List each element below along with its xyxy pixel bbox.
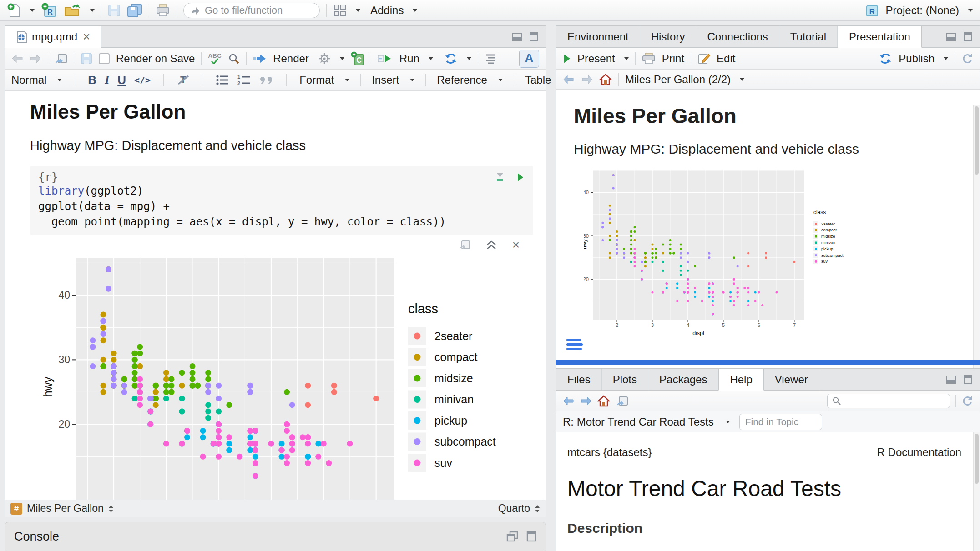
insert-caret[interactable]	[410, 79, 414, 81]
rerun-icon[interactable]	[444, 53, 458, 65]
print-icon[interactable]	[156, 4, 170, 17]
present-button[interactable]: Present	[577, 52, 615, 65]
addins-caret[interactable]	[413, 9, 417, 12]
open-file-caret[interactable]	[90, 9, 95, 12]
render-button[interactable]: Render	[273, 52, 309, 65]
publish-icon[interactable]	[879, 53, 892, 65]
popout-plot-icon[interactable]	[459, 240, 470, 250]
help-search-box[interactable]	[827, 394, 950, 408]
rerun-caret[interactable]	[467, 57, 471, 60]
scrollbar[interactable]	[973, 105, 980, 376]
underline-button[interactable]: U	[117, 73, 126, 87]
insert-chunk-icon[interactable]: C	[351, 51, 364, 66]
forward-icon[interactable]	[580, 396, 592, 406]
code-button[interactable]: </>	[134, 75, 151, 85]
document-body[interactable]: Miles Per Gallon Highway MPG: Displaceme…	[5, 91, 546, 500]
popout-icon[interactable]	[55, 53, 67, 65]
numbered-list-icon[interactable]: 12	[237, 74, 251, 86]
open-file-icon[interactable]	[64, 4, 81, 17]
bold-button[interactable]: B	[88, 73, 96, 87]
format-caret[interactable]	[345, 79, 349, 81]
edit-button[interactable]: Edit	[717, 52, 735, 65]
scrollbar[interactable]	[973, 432, 980, 551]
italic-button[interactable]: I	[105, 73, 109, 87]
run-chunks-above-icon[interactable]	[495, 172, 505, 182]
edit-icon[interactable]	[697, 52, 710, 65]
panes-grid-icon[interactable]	[333, 4, 347, 17]
chunk-code[interactable]: library(ggplot2)ggplot(data = mpg) + geo…	[38, 183, 525, 230]
new-project-icon[interactable]: R	[41, 3, 57, 18]
minimize-pane-icon[interactable]	[512, 32, 523, 41]
reference-menu[interactable]: Reference	[437, 74, 487, 86]
maximize-pane-icon[interactable]	[526, 531, 536, 542]
print-button[interactable]: Print	[662, 52, 684, 65]
section-navigator[interactable]: Miles Per Gallon	[27, 502, 104, 515]
project-caret[interactable]	[968, 9, 973, 12]
back-icon[interactable]	[563, 396, 575, 406]
run-icon[interactable]	[378, 53, 393, 64]
restore-pane-icon[interactable]	[506, 531, 518, 542]
tab-connections[interactable]: Connections	[696, 26, 779, 47]
home-icon[interactable]	[599, 74, 612, 85]
new-file-caret[interactable]	[30, 9, 35, 12]
tab-viewer[interactable]: Viewer	[764, 369, 819, 390]
render-on-save-checkbox[interactable]	[99, 53, 110, 64]
publish-button[interactable]: Publish	[899, 52, 935, 65]
addins-menu[interactable]: Addins	[370, 4, 404, 17]
console-pane-header[interactable]: Console	[5, 522, 546, 551]
refresh-icon[interactable]	[961, 395, 973, 407]
render-icon[interactable]	[253, 53, 267, 64]
gear-icon[interactable]	[318, 52, 331, 65]
help-document[interactable]: mtcars {datasets} R Documentation Motor …	[556, 432, 980, 551]
run-button[interactable]: Run	[399, 52, 419, 65]
search-icon[interactable]	[228, 53, 240, 65]
tab-mpg-qmd[interactable]: mpg.qmd ×	[5, 26, 101, 48]
table-menu[interactable]: Table	[525, 74, 551, 86]
spellcheck-icon[interactable]: ABC	[208, 53, 222, 64]
maximize-pane-icon[interactable]	[963, 375, 972, 385]
present-icon[interactable]	[563, 53, 571, 64]
print-icon[interactable]	[642, 52, 656, 65]
render-options-caret[interactable]	[340, 57, 344, 60]
goto-file-input[interactable]	[205, 5, 309, 16]
run-caret[interactable]	[429, 57, 433, 60]
project-selector[interactable]: Project: (None)	[886, 4, 959, 17]
topic-selector[interactable]: R: Motor Trend Car Road Tests	[563, 416, 714, 428]
slide-nav-caret[interactable]	[740, 78, 744, 81]
tab-plots[interactable]: Plots	[602, 369, 648, 390]
topic-caret[interactable]	[726, 421, 730, 423]
code-chunk[interactable]: {r} library(ggplot2)ggplot(data = mpg) +…	[30, 166, 533, 235]
popout-icon[interactable]	[616, 395, 628, 407]
reference-caret[interactable]	[498, 79, 503, 81]
presentation-preview[interactable]: Miles Per Gallon Highway MPG: Displaceme…	[556, 105, 980, 376]
minimize-pane-icon[interactable]	[946, 32, 957, 41]
doc-type-selector[interactable]: Quarto	[498, 502, 530, 515]
refresh-icon[interactable]	[961, 53, 973, 65]
save-icon[interactable]	[81, 53, 92, 65]
run-chunk-icon[interactable]	[517, 172, 524, 182]
slide-menu-icon[interactable]	[566, 339, 585, 350]
clear-output-icon[interactable]: ×	[512, 240, 520, 250]
tab-presentation[interactable]: Presentation	[838, 26, 922, 48]
visual-editor-toggle[interactable]: A	[519, 50, 539, 68]
goto-file-search[interactable]	[183, 3, 320, 18]
maximize-pane-icon[interactable]	[963, 32, 972, 42]
clear-format-icon[interactable]: T	[177, 74, 189, 86]
new-file-icon[interactable]	[7, 3, 21, 18]
minimize-pane-icon[interactable]	[946, 375, 957, 384]
maximize-pane-icon[interactable]	[529, 32, 538, 42]
tab-history[interactable]: History	[640, 26, 697, 47]
outline-icon[interactable]	[485, 53, 497, 64]
panes-caret[interactable]	[356, 9, 360, 12]
pane-splitter[interactable]	[556, 360, 980, 365]
collapse-output-icon[interactable]	[486, 240, 497, 250]
forward-icon[interactable]	[581, 75, 593, 85]
tab-files[interactable]: Files	[556, 369, 602, 390]
help-search-input[interactable]	[845, 396, 940, 406]
present-caret[interactable]	[624, 57, 629, 60]
tab-help[interactable]: Help	[718, 369, 763, 391]
style-caret[interactable]	[57, 79, 62, 81]
tab-tutorial[interactable]: Tutorial	[779, 26, 838, 47]
slide-navigator[interactable]: Miles Per Gallon (2/2)	[625, 73, 731, 86]
home-icon[interactable]	[597, 395, 610, 407]
